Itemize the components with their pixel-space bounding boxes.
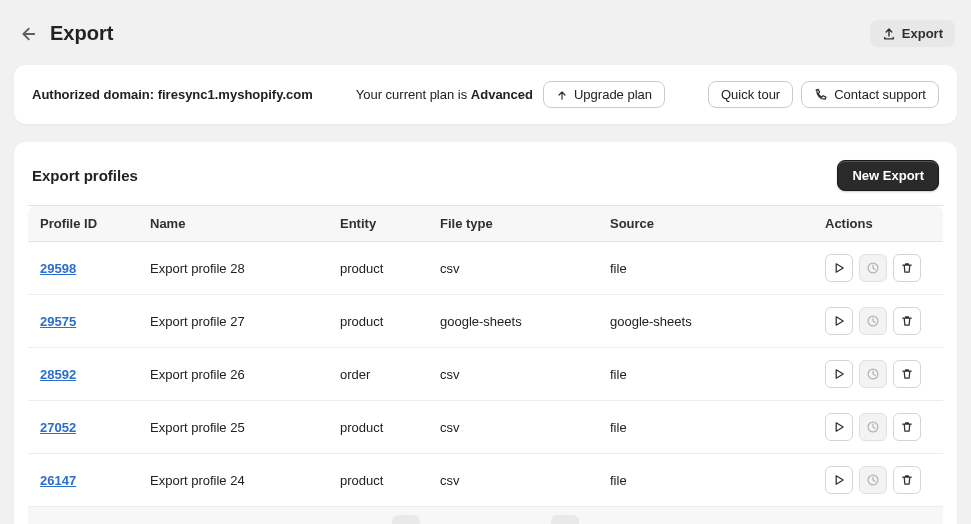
row-entity: product	[328, 242, 428, 295]
row-file-type: csv	[428, 454, 598, 507]
row-source: file	[598, 401, 813, 454]
play-icon	[832, 420, 846, 434]
plan-prefix: Your current plan is	[356, 87, 471, 102]
phone-icon	[814, 88, 828, 102]
play-icon	[832, 261, 846, 275]
row-source: file	[598, 454, 813, 507]
play-icon	[832, 367, 846, 381]
quick-tour-button[interactable]: Quick tour	[708, 81, 793, 108]
export-button[interactable]: Export	[870, 20, 955, 47]
row-name: Export profile 27	[138, 295, 328, 348]
schedule-button[interactable]	[859, 413, 887, 441]
row-source: file	[598, 348, 813, 401]
run-button[interactable]	[825, 360, 853, 388]
col-name: Name	[138, 206, 328, 242]
row-entity: order	[328, 348, 428, 401]
delete-button[interactable]	[893, 360, 921, 388]
play-icon	[832, 314, 846, 328]
table-row: 29575 Export profile 27 product google-s…	[28, 295, 943, 348]
next-page-button[interactable]	[551, 515, 579, 524]
arrow-up-icon	[556, 89, 568, 101]
pagination: 1-5 of 77 profiles	[28, 507, 943, 524]
row-file-type: csv	[428, 348, 598, 401]
row-name: Export profile 25	[138, 401, 328, 454]
row-entity: product	[328, 295, 428, 348]
quick-tour-label: Quick tour	[721, 87, 780, 102]
col-source: Source	[598, 206, 813, 242]
delete-button[interactable]	[893, 307, 921, 335]
contact-support-button[interactable]: Contact support	[801, 81, 939, 108]
info-bar: Authorized domain: firesync1.myshopify.c…	[14, 65, 957, 124]
schedule-button[interactable]	[859, 254, 887, 282]
row-name: Export profile 24	[138, 454, 328, 507]
play-icon	[832, 473, 846, 487]
col-actions: Actions	[813, 206, 943, 242]
new-export-button[interactable]: New Export	[837, 160, 939, 191]
row-entity: product	[328, 454, 428, 507]
profile-id-link[interactable]: 28592	[40, 367, 76, 382]
card-title: Export profiles	[32, 167, 138, 184]
row-file-type: csv	[428, 242, 598, 295]
table-row: 28592 Export profile 26 order csv file	[28, 348, 943, 401]
profile-id-link[interactable]: 27052	[40, 420, 76, 435]
clock-icon	[866, 261, 880, 275]
prev-page-button[interactable]	[392, 515, 420, 524]
export-icon	[882, 27, 896, 41]
clock-icon	[866, 367, 880, 381]
new-export-label: New Export	[852, 168, 924, 183]
profile-id-link[interactable]: 29575	[40, 314, 76, 329]
delete-button[interactable]	[893, 466, 921, 494]
page-title: Export	[50, 22, 113, 45]
run-button[interactable]	[825, 413, 853, 441]
arrow-left-icon	[18, 25, 36, 43]
trash-icon	[900, 473, 914, 487]
schedule-button[interactable]	[859, 466, 887, 494]
row-file-type: google-sheets	[428, 295, 598, 348]
profile-id-link[interactable]: 29598	[40, 261, 76, 276]
schedule-button[interactable]	[859, 360, 887, 388]
col-profile-id: Profile ID	[28, 206, 138, 242]
row-source: google-sheets	[598, 295, 813, 348]
domain-value: firesync1.myshopify.com	[158, 87, 313, 102]
delete-button[interactable]	[893, 413, 921, 441]
contact-support-label: Contact support	[834, 87, 926, 102]
schedule-button[interactable]	[859, 307, 887, 335]
domain-prefix: Authorized domain:	[32, 87, 158, 102]
run-button[interactable]	[825, 307, 853, 335]
export-button-label: Export	[902, 26, 943, 41]
row-file-type: csv	[428, 401, 598, 454]
col-entity: Entity	[328, 206, 428, 242]
upgrade-plan-button[interactable]: Upgrade plan	[543, 81, 665, 108]
trash-icon	[900, 367, 914, 381]
export-profiles-card: Export profiles New Export Profile ID Na…	[14, 142, 957, 524]
clock-icon	[866, 420, 880, 434]
authorized-domain: Authorized domain: firesync1.myshopify.c…	[32, 87, 313, 102]
upgrade-plan-label: Upgrade plan	[574, 87, 652, 102]
row-entity: product	[328, 401, 428, 454]
trash-icon	[900, 261, 914, 275]
delete-button[interactable]	[893, 254, 921, 282]
row-source: file	[598, 242, 813, 295]
row-name: Export profile 26	[138, 348, 328, 401]
clock-icon	[866, 314, 880, 328]
col-file-type: File type	[428, 206, 598, 242]
row-name: Export profile 28	[138, 242, 328, 295]
table-row: 27052 Export profile 25 product csv file	[28, 401, 943, 454]
trash-icon	[900, 420, 914, 434]
plan-value: Advanced	[471, 87, 533, 102]
run-button[interactable]	[825, 254, 853, 282]
table-row: 26147 Export profile 24 product csv file	[28, 454, 943, 507]
profile-id-link[interactable]: 26147	[40, 473, 76, 488]
clock-icon	[866, 473, 880, 487]
trash-icon	[900, 314, 914, 328]
run-button[interactable]	[825, 466, 853, 494]
back-button[interactable]	[16, 23, 38, 45]
profiles-table: Profile ID Name Entity File type Source …	[28, 205, 943, 507]
table-row: 29598 Export profile 28 product csv file	[28, 242, 943, 295]
plan-text: Your current plan is Advanced	[356, 87, 533, 102]
